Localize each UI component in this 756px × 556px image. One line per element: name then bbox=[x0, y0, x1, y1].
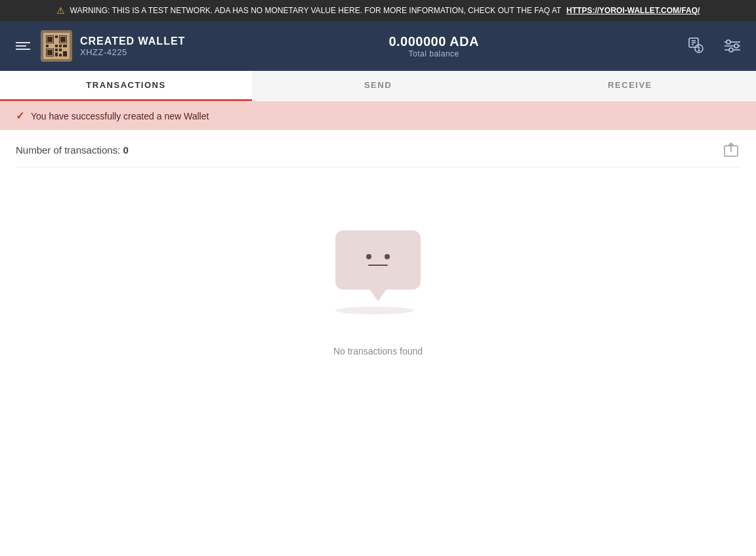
menu-line-3 bbox=[16, 49, 30, 50]
wallet-name: CREATED WALLET bbox=[80, 35, 185, 47]
svg-point-30 bbox=[726, 40, 730, 44]
wallet-avatar bbox=[41, 30, 72, 62]
check-icon: ✓ bbox=[16, 110, 24, 122]
svg-rect-15 bbox=[59, 49, 62, 51]
menu-line-2 bbox=[16, 45, 26, 47]
bubble-eye-right bbox=[385, 254, 390, 259]
svg-point-32 bbox=[729, 48, 733, 52]
svg-point-26 bbox=[698, 50, 700, 51]
tab-receive[interactable]: RECEIVE bbox=[504, 71, 756, 101]
tab-send[interactable]: SEND bbox=[252, 71, 504, 101]
bubble-eye-left bbox=[366, 254, 371, 259]
warning-icon: ⚠ bbox=[56, 5, 65, 16]
svg-rect-19 bbox=[63, 51, 67, 56]
warning-text: WARNING: THIS IS A TEST NETWORK. ADA HAS… bbox=[70, 6, 562, 15]
transactions-header: Number of transactions: 0 bbox=[16, 140, 740, 167]
bubble-eyes bbox=[366, 254, 390, 259]
svg-point-31 bbox=[734, 44, 738, 48]
menu-line-1 bbox=[16, 42, 30, 43]
transaction-count-value: 0 bbox=[123, 144, 128, 156]
empty-text: No transactions found bbox=[333, 346, 423, 356]
sidebar-toggle-button[interactable] bbox=[10, 37, 35, 55]
balance-label: Total balance bbox=[409, 49, 459, 58]
warning-link[interactable]: HTTPS://YOROI-WALLET.COM/FAQ/ bbox=[566, 6, 700, 15]
transactions-area: Number of transactions: 0 bbox=[0, 130, 756, 178]
filter-button[interactable] bbox=[719, 33, 746, 59]
export-icon bbox=[722, 140, 740, 159]
svg-rect-9 bbox=[47, 50, 52, 55]
success-message: You have successfully created a new Wall… bbox=[31, 111, 209, 121]
bubble-face bbox=[366, 254, 390, 266]
empty-state: No transactions found bbox=[0, 178, 756, 396]
notification-icon bbox=[685, 35, 706, 56]
speech-bubble bbox=[335, 230, 421, 289]
bubble-mouth bbox=[368, 265, 388, 266]
shadow-ellipse bbox=[335, 307, 414, 314]
wallet-id: XHZZ-4225 bbox=[80, 47, 185, 57]
svg-rect-17 bbox=[55, 53, 58, 56]
svg-rect-14 bbox=[55, 49, 58, 51]
wallet-info: CREATED WALLET XHZZ-4225 bbox=[80, 35, 185, 57]
tab-bar: TRANSACTIONS SEND RECEIVE bbox=[0, 71, 756, 102]
header-actions bbox=[682, 33, 746, 59]
svg-rect-12 bbox=[55, 45, 58, 47]
svg-rect-10 bbox=[55, 35, 58, 38]
filter-icon bbox=[722, 35, 743, 56]
balance-info: 0.000000 ADA Total balance bbox=[388, 34, 479, 58]
svg-rect-11 bbox=[46, 45, 49, 47]
balance-amount: 0.000000 ADA bbox=[388, 34, 479, 49]
svg-rect-18 bbox=[59, 54, 62, 56]
warning-bar: ⚠ WARNING: THIS IS A TEST NETWORK. ADA H… bbox=[0, 0, 756, 21]
export-button[interactable] bbox=[722, 140, 740, 159]
tab-transactions[interactable]: TRANSACTIONS bbox=[0, 71, 252, 101]
svg-rect-6 bbox=[60, 37, 66, 42]
svg-rect-13 bbox=[59, 45, 62, 47]
wallet-avatar-svg bbox=[43, 33, 70, 59]
header: CREATED WALLET XHZZ-4225 0.000000 ADA To… bbox=[0, 21, 756, 71]
success-banner: ✓ You have successfully created a new Wa… bbox=[0, 102, 756, 130]
empty-illustration bbox=[335, 230, 421, 314]
notification-button[interactable] bbox=[682, 33, 709, 59]
transaction-count-label: Number of transactions: 0 bbox=[16, 144, 129, 156]
svg-rect-3 bbox=[47, 37, 52, 42]
svg-rect-16 bbox=[63, 45, 67, 47]
